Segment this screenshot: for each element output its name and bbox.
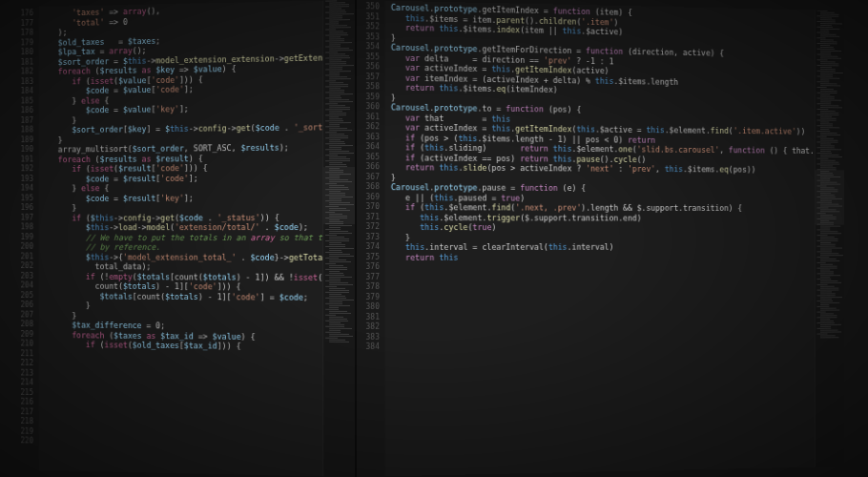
line-number: 376 (357, 262, 380, 273)
line-number: 366 (357, 162, 380, 173)
line-number: 213 (12, 368, 34, 378)
line-number: 364 (357, 142, 380, 153)
line-number: 184 (12, 87, 34, 96)
line-number: 381 (357, 312, 380, 322)
line-number: 215 (12, 387, 34, 398)
line-number: 209 (12, 329, 34, 339)
line-number: 214 (12, 378, 34, 387)
minimap-left[interactable] (322, 0, 355, 477)
line-number: 372 (357, 222, 380, 233)
line-number: 181 (12, 57, 34, 68)
line-number: 199 (12, 233, 34, 242)
line-number: 356 (357, 62, 380, 73)
code-line[interactable]: if (this.$element.find('.next, .prev').l… (391, 202, 809, 214)
line-number: 178 (12, 29, 34, 39)
line-number: 194 (12, 184, 34, 194)
line-number: 371 (357, 213, 380, 223)
line-number: 187 (12, 115, 34, 125)
code-line[interactable]: return this (391, 252, 809, 262)
line-number: 188 (12, 126, 34, 135)
line-number: 190 (12, 145, 34, 155)
line-number: 220 (12, 436, 34, 446)
line-number: 208 (12, 320, 34, 329)
line-number: 380 (357, 302, 380, 313)
line-number: 362 (357, 122, 380, 133)
line-number: 186 (12, 106, 34, 115)
line-number: 201 (12, 252, 34, 261)
code-line[interactable]: count($totals) - 1]['code'])) { (44, 281, 317, 293)
line-number: 369 (357, 193, 380, 203)
line-number: 354 (357, 42, 380, 52)
code-area-right: 3503513523533543553563573583593603613623… (357, 0, 844, 477)
line-number: 217 (12, 407, 34, 418)
line-number: 204 (12, 281, 34, 291)
line-number: 377 (357, 272, 380, 282)
line-number: 212 (12, 359, 34, 368)
code-line[interactable]: this.$element.trigger($.support.transiti… (391, 213, 809, 223)
line-number: 203 (12, 271, 34, 280)
line-number: 363 (357, 133, 380, 143)
code-line[interactable]: } (391, 233, 809, 242)
line-gutter-left: 1761771781791801811821831841851861871881… (12, 7, 39, 470)
code-content-right[interactable]: Carousel.prototype.getItemIndex = functi… (385, 1, 815, 477)
code-line[interactable]: if ($this->config->get($code . '_status'… (44, 213, 317, 223)
line-number: 358 (357, 82, 380, 93)
line-number: 189 (12, 135, 34, 145)
line-gutter-right: 3503513523533543553563573583593603613623… (357, 0, 385, 477)
line-number: 357 (357, 73, 380, 83)
line-number: 353 (357, 32, 380, 43)
editor-pane-left: 1761771781791801811821831841851861871881… (12, 0, 356, 477)
line-number: 367 (357, 173, 380, 183)
code-line[interactable]: $this->load->model('extension/total/' . … (44, 222, 317, 233)
code-line[interactable]: $this->{'model_extension_total_' . $code… (44, 252, 317, 262)
editor-pane-right: 3503513523533543553563573583593603613623… (357, 0, 844, 477)
line-number: 206 (12, 301, 34, 310)
line-number: 183 (12, 77, 34, 88)
line-number: 193 (12, 175, 34, 184)
line-number: 179 (12, 38, 34, 49)
line-number: 373 (357, 233, 380, 243)
line-number: 185 (12, 96, 34, 106)
line-number: 361 (357, 113, 380, 123)
line-number: 200 (12, 242, 34, 252)
code-area-left: 1761771781791801811821831841851861871881… (12, 0, 356, 477)
line-number: 207 (12, 310, 34, 320)
line-number: 192 (12, 164, 34, 174)
code-line[interactable]: this.interval = clearInterval(this.inter… (391, 242, 809, 253)
line-number: 205 (12, 291, 34, 301)
line-number: 378 (357, 282, 380, 293)
line-number: 216 (12, 398, 34, 408)
minimap-viewport-left[interactable] (323, 167, 355, 224)
line-number: 352 (357, 22, 380, 32)
line-number: 195 (12, 194, 34, 203)
line-number: 202 (12, 261, 34, 271)
line-number: 182 (12, 67, 34, 77)
line-number: 350 (357, 2, 380, 12)
line-number: 370 (357, 202, 380, 213)
code-line[interactable]: // by reference. (44, 242, 317, 253)
line-number: 176 (12, 9, 34, 19)
code-line[interactable]: if (isset($old_taxes[$tax_id])) { (44, 340, 317, 352)
line-number: 359 (357, 93, 380, 103)
line-number: 383 (357, 332, 380, 342)
minimap-right[interactable] (815, 10, 844, 467)
line-number: 365 (357, 153, 380, 163)
code-content-left[interactable]: 'taxes' => array(), 'total' => 0 ); $old… (39, 1, 323, 477)
line-number: 382 (357, 322, 380, 333)
line-number: 375 (357, 252, 380, 262)
code-line[interactable]: // We have to put the totals in an array… (44, 233, 317, 242)
line-number: 198 (12, 223, 34, 233)
minimap-viewport-right[interactable] (816, 170, 844, 225)
line-number: 368 (357, 182, 380, 193)
line-number: 379 (357, 292, 380, 302)
code-line[interactable]: this.cycle(true) (391, 222, 809, 233)
line-number: 197 (12, 213, 34, 222)
line-number: 384 (357, 342, 380, 353)
code-line[interactable]: } (44, 202, 317, 213)
line-number: 211 (12, 349, 34, 359)
line-number: 196 (12, 203, 34, 213)
line-number: 210 (12, 340, 34, 349)
line-number: 177 (12, 18, 34, 29)
line-number: 191 (12, 155, 34, 164)
line-number: 355 (357, 52, 380, 63)
